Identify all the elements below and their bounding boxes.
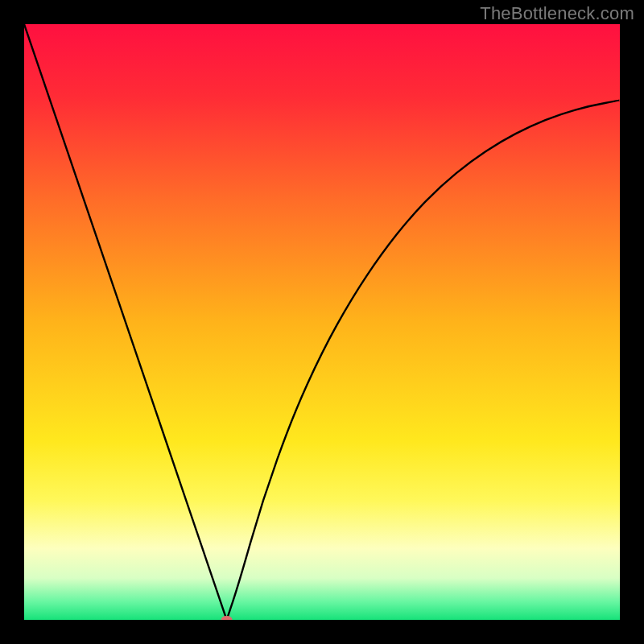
- plot-svg: [24, 24, 620, 620]
- watermark-text: TheBottleneck.com: [480, 3, 634, 24]
- chart-frame: TheBottleneck.com: [0, 0, 644, 644]
- plot-background: [24, 24, 620, 620]
